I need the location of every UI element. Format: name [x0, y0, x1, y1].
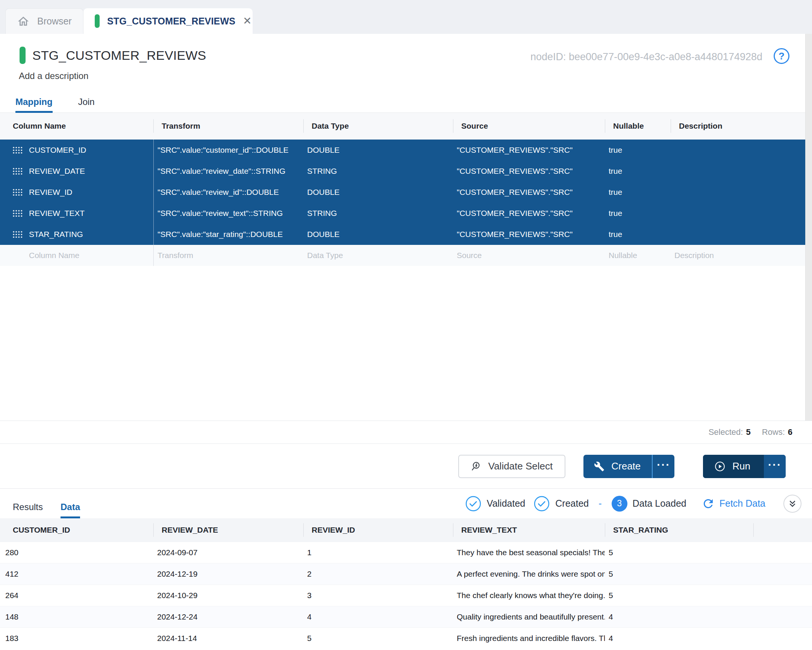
data-cell-review-text: They have the best seasonal specials! Th…: [453, 542, 605, 563]
fetch-data-button[interactable]: Fetch Data: [702, 497, 765, 511]
mapping-row[interactable]: REVIEW_DATE"SRC".value:"review_date"::ST…: [0, 161, 805, 182]
data-cell-star-rating: 4: [605, 606, 753, 627]
mapping-cell-transform: "SRC".value:"customer_id"::DOUBLE: [153, 139, 304, 161]
mapping-row[interactable]: REVIEW_ID"SRC".value:"review_id"::DOUBLE…: [0, 182, 805, 203]
data-cell-review-date: 2024-09-07: [153, 542, 304, 563]
tab-browser[interactable]: Browser: [5, 8, 84, 34]
mapping-cell-name: REVIEW_TEXT: [0, 203, 153, 224]
data-header-customer-id[interactable]: CUSTOMER_ID: [0, 518, 153, 542]
status-dash: -: [597, 498, 603, 509]
close-tab-icon[interactable]: ✕: [243, 16, 252, 26]
page-title: STG_CUSTOMER_REVIEWS: [32, 48, 206, 63]
placeholder-nullable: Nullable: [605, 245, 671, 266]
validate-select-button[interactable]: Validate Select: [458, 455, 566, 478]
run-more-button[interactable]: ···: [764, 455, 786, 478]
create-label: Create: [611, 460, 641, 472]
data-row[interactable]: 1832024-11-145Fresh ingredients and incr…: [0, 627, 812, 649]
data-row[interactable]: 2802024-09-071They have the best seasona…: [0, 542, 812, 563]
column-header-column-name[interactable]: Column Name: [0, 113, 153, 139]
data-cell-review-date: 2024-12-24: [153, 606, 304, 627]
help-icon[interactable]: ?: [774, 48, 789, 64]
mapping-cell-transform: "SRC".value:"review_date"::STRING: [153, 161, 304, 182]
data-header-star-rating[interactable]: STAR_RATING: [605, 518, 753, 542]
mapping-cell-name: REVIEW_ID: [0, 182, 153, 203]
mapping-cell-description: [671, 203, 805, 224]
mapping-row[interactable]: CUSTOMER_ID"SRC".value:"customer_id"::DO…: [0, 139, 805, 161]
mapping-cell-description: [671, 139, 805, 161]
column-header-transform[interactable]: Transform: [153, 113, 304, 139]
data-cell-review-id: 1: [304, 542, 453, 563]
tab-data[interactable]: Data: [61, 502, 80, 518]
column-name-text: REVIEW_DATE: [29, 167, 85, 176]
data-cell-review-text: Quality ingredients and beautifully pres…: [453, 606, 605, 627]
drag-handle-icon[interactable]: [13, 147, 23, 154]
data-cell-empty: [753, 563, 812, 584]
selected-value: 5: [746, 427, 750, 437]
data-loaded-status: 3 Data Loaded: [612, 496, 687, 512]
create-more-button[interactable]: ···: [653, 455, 675, 478]
tab-join[interactable]: Join: [78, 93, 95, 112]
data-cell-review-id: 4: [304, 606, 453, 627]
mapping-row[interactable]: REVIEW_TEXT"SRC".value:"review_text"::ST…: [0, 203, 805, 224]
data-loaded-label: Data Loaded: [633, 498, 687, 509]
placeholder-transform: Transform: [153, 245, 304, 266]
validated-status: Validated: [465, 496, 525, 512]
mapping-cell-nullable: true: [605, 182, 671, 203]
drag-handle-icon[interactable]: [13, 210, 23, 217]
data-cell-empty: [753, 542, 812, 563]
data-preview-table: CUSTOMER_ID REVIEW_DATE REVIEW_ID REVIEW…: [0, 518, 812, 649]
mapping-cell-name: STAR_RATING: [0, 224, 153, 245]
created-check-icon: [533, 496, 550, 512]
column-header-source[interactable]: Source: [453, 113, 605, 139]
data-cell-review-text: Fresh ingredients and incredible flavors…: [453, 628, 605, 649]
rows-label: Rows:: [762, 427, 785, 437]
tab-stg-customer-reviews[interactable]: STG_CUSTOMER_REVIEWS ✕: [84, 8, 253, 34]
results-panel-header: Results Data Validated Created - 3 Data …: [0, 488, 812, 518]
column-header-description[interactable]: Description: [671, 113, 805, 139]
placeholder-source: Source: [453, 245, 605, 266]
data-table-body: 2802024-09-071They have the best seasona…: [0, 542, 812, 649]
description-placeholder[interactable]: Add a description: [19, 71, 89, 81]
data-cell-empty: [753, 585, 812, 606]
data-cell-star-rating: 4: [605, 628, 753, 649]
pipeline-status: Validated Created - 3 Data Loaded Fetch …: [465, 495, 812, 513]
vertical-scrollbar[interactable]: [805, 34, 812, 421]
mapping-cell-description: [671, 182, 805, 203]
column-name-text: REVIEW_TEXT: [29, 209, 85, 218]
data-row[interactable]: 2642024-10-293The chef clearly knows wha…: [0, 584, 812, 606]
run-button[interactable]: Run: [703, 455, 764, 478]
created-status: Created: [533, 496, 589, 512]
data-cell-review-date: 2024-11-14: [153, 628, 304, 649]
placeholder-description: Description: [671, 245, 805, 266]
data-row[interactable]: 4122024-12-192A perfect evening. The dri…: [0, 563, 812, 584]
collapse-panel-button[interactable]: [783, 495, 801, 513]
mapping-cell-source: "CUSTOMER_REVIEWS"."SRC": [453, 203, 605, 224]
node-type-icon: [95, 14, 100, 28]
mapping-row[interactable]: STAR_RATING"SRC".value:"star_rating"::DO…: [0, 224, 805, 245]
data-header-review-date[interactable]: REVIEW_DATE: [153, 518, 304, 542]
tab-mapping[interactable]: Mapping: [15, 93, 53, 112]
tab-results[interactable]: Results: [13, 502, 43, 518]
mapping-cell-description: [671, 161, 805, 182]
drag-handle-icon[interactable]: [13, 168, 23, 175]
column-name-text: REVIEW_ID: [29, 188, 73, 197]
refresh-icon: [702, 497, 715, 511]
create-split-button: Create ···: [583, 455, 675, 478]
data-header-review-id[interactable]: REVIEW_ID: [304, 518, 453, 542]
data-cell-star-rating: 5: [605, 585, 753, 606]
fetch-data-label: Fetch Data: [719, 498, 765, 509]
mapping-cell-nullable: true: [605, 161, 671, 182]
mapping-cell-source: "CUSTOMER_REVIEWS"."SRC": [453, 139, 605, 161]
data-row[interactable]: 1482024-12-244Quality ingredients and be…: [0, 606, 812, 627]
column-header-nullable[interactable]: Nullable: [605, 113, 671, 139]
drag-handle-icon[interactable]: [13, 231, 23, 238]
mapping-cell-transform: "SRC".value:"review_id"::DOUBLE: [153, 182, 304, 203]
tab-active-label: STG_CUSTOMER_REVIEWS: [107, 16, 235, 27]
mapping-new-row[interactable]: Column NameTransformData TypeSourceNulla…: [0, 245, 805, 266]
drag-handle-icon[interactable]: [13, 189, 23, 196]
data-header-review-text[interactable]: REVIEW_TEXT: [453, 518, 605, 542]
mapping-tab-bar: Mapping Join: [0, 93, 812, 113]
mapping-cell-transform: "SRC".value:"review_text"::STRING: [153, 203, 304, 224]
create-button[interactable]: Create: [583, 455, 652, 478]
column-header-data-type[interactable]: Data Type: [304, 113, 453, 139]
